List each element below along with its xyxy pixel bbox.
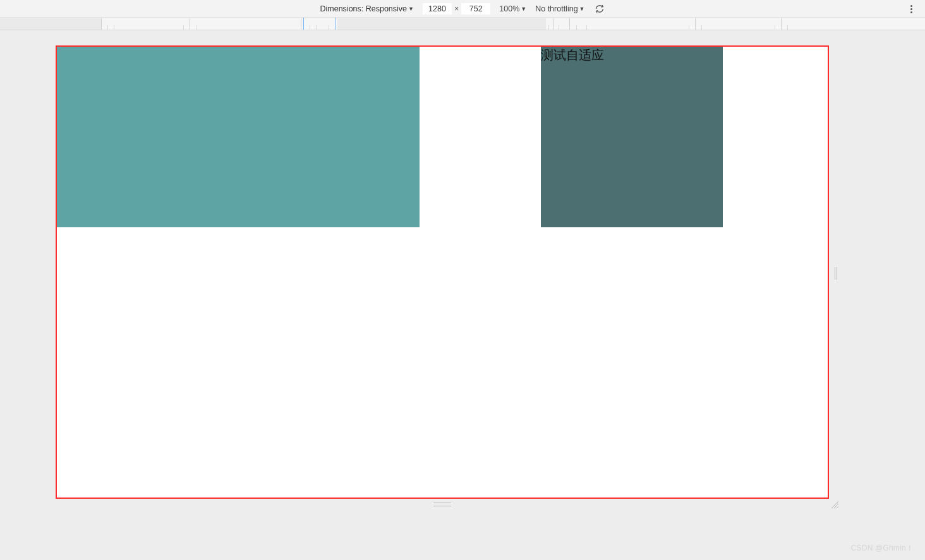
throttling-dropdown[interactable]: No throttling ▼	[535, 4, 584, 13]
drag-handle-icon	[433, 503, 451, 506]
demo-box-right-text: 测试自适应	[541, 48, 604, 62]
dimensions-label: Dimensions: Responsive	[320, 4, 407, 13]
viewport-height-input[interactable]	[461, 3, 490, 15]
more-options-button[interactable]	[905, 3, 917, 15]
viewport-frame: 测试自适应	[56, 45, 829, 499]
resize-handle-right[interactable]	[833, 264, 839, 283]
device-toolbar: Dimensions: Responsive ▼ × 100% ▼ No thr…	[0, 0, 925, 18]
chevron-down-icon: ▼	[579, 6, 585, 12]
throttling-label: No throttling	[535, 4, 577, 13]
viewport-width-input[interactable]	[423, 3, 452, 15]
dimensions-dropdown[interactable]: Dimensions: Responsive ▼	[320, 4, 413, 13]
chevron-down-icon: ▼	[521, 6, 526, 12]
dimensions-size-group: ×	[423, 3, 490, 15]
svg-line-2	[837, 506, 838, 508]
chevron-down-icon: ▼	[408, 6, 414, 12]
zoom-dropdown[interactable]: 100% ▼	[499, 4, 526, 13]
breakpoints-ruler[interactable]	[0, 18, 925, 30]
demo-box-left	[57, 47, 420, 227]
watermark-text: CSDN @Ghmin！	[851, 543, 914, 554]
toolbar-center-group: Dimensions: Responsive ▼ × 100% ▼ No thr…	[320, 3, 605, 15]
resize-handle-corner[interactable]	[829, 499, 840, 510]
svg-line-1	[834, 504, 838, 508]
demo-box-right: 测试自适应	[541, 47, 723, 227]
resize-handle-bottom[interactable]	[56, 499, 829, 510]
stage-wrapper: 测试自适应 CSDN @Ghmin！	[0, 30, 925, 560]
zoom-label: 100%	[499, 4, 519, 13]
rotate-icon[interactable]	[594, 3, 605, 15]
dimension-separator: ×	[454, 4, 459, 13]
kebab-icon	[910, 5, 912, 13]
